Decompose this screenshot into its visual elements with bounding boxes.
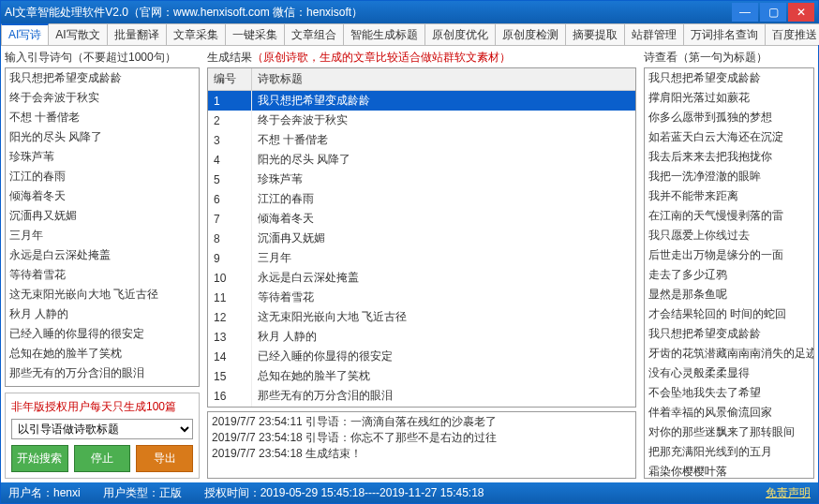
maximize-button[interactable]: ▢	[760, 3, 786, 22]
list-item[interactable]: 倾海着冬天	[6, 186, 199, 206]
list-item[interactable]: 走去了多少辽鸦	[645, 265, 813, 285]
log-box[interactable]: 2019/7/7 23:54:11 引导语：一滴滴自落在残红的沙裹老了2019/…	[207, 411, 636, 479]
table-row[interactable]: 9三月年	[208, 248, 635, 268]
limit-text: 非年版授权用户每天只生成100篇	[11, 399, 193, 415]
titlebar: AI文章智能处理软件V2.0（官网：www.henxisoft.com 微信：h…	[1, 1, 818, 23]
table-row[interactable]: 13秋月 人静的	[208, 327, 635, 347]
status-type: 用户类型：正版	[103, 485, 182, 501]
list-item[interactable]: 总知在她的脸半了笑枕	[6, 344, 199, 363]
preview-label: 诗查看（第一句为标题）	[644, 50, 814, 66]
tab-3[interactable]: 文章采集	[166, 23, 226, 45]
tab-11[interactable]: 万词排名查询	[683, 23, 766, 45]
table-row[interactable]: 12这无束阳光嵌向大地 飞近古径	[208, 307, 635, 327]
list-item[interactable]: 不会坠地我失去了希望	[645, 383, 813, 403]
table-row[interactable]: 15总知在她的脸半了笑枕	[208, 366, 635, 386]
tab-6[interactable]: 智能生成标题	[343, 23, 425, 45]
button-row: 开始搜索 停止 导出	[11, 445, 193, 472]
minimize-button[interactable]: —	[732, 3, 758, 22]
table-row[interactable]: 7倾海着冬天	[208, 209, 635, 229]
tab-8[interactable]: 原创度检测	[495, 23, 566, 45]
main-area: 输入引导诗句（不要超过1000句） 我只想把希望变成龄龄终于会奔波于秋实不想 十…	[1, 46, 818, 482]
list-item[interactable]: 终于会奔波于秋实	[6, 88, 199, 108]
table-row[interactable]: 6江江的春雨	[208, 189, 635, 209]
log-line: 2019/7/7 23:54:18 生成结束！	[212, 446, 632, 462]
tab-7[interactable]: 原创度优化	[424, 23, 496, 45]
list-item[interactable]: 已经入睡的你显得的很安定	[6, 324, 199, 344]
status-auth: 授权时间：2019-05-29 15:45:18----2019-11-27 1…	[204, 485, 484, 501]
preview-listbox[interactable]: 我只想把希望变成龄龄撑肩阳光落过如蕨花你多么愿带到孤独的梦想如若蓝天白云大海还在…	[644, 67, 814, 479]
search-button[interactable]: 开始搜索	[11, 445, 68, 472]
middle-column: 生成结果（原创诗歌，生成的文章比较适合做站群软文素材） 编号 诗歌标题 1我只想…	[203, 46, 640, 482]
left-column: 输入引导诗句（不要超过1000句） 我只想把希望变成龄龄终于会奔波于秋实不想 十…	[1, 46, 203, 482]
table-row[interactable]: 11等待着雪花	[208, 288, 635, 307]
input-label: 输入引导诗句（不要超过1000句）	[5, 50, 200, 66]
title-url[interactable]: www.henxisoft.com	[173, 6, 270, 19]
table-row[interactable]: 3不想 十番偕老	[208, 130, 635, 150]
list-item[interactable]: 珍珠芦苇	[6, 147, 199, 167]
list-item[interactable]: 我去后来来去把我抱拢你	[645, 147, 813, 167]
list-item[interactable]: 我并不能带来距离	[645, 186, 813, 206]
list-item[interactable]: 秋月 人静的	[6, 304, 199, 324]
table-row[interactable]: 14已经入睡的你显得的很安定	[208, 347, 635, 366]
input-listbox[interactable]: 我只想把希望变成龄龄终于会奔波于秋实不想 十番偕老阳光的尽头 风降了珍珠芦苇江江…	[5, 67, 200, 387]
col-title[interactable]: 诗歌标题	[251, 68, 635, 91]
list-item[interactable]: 等待着雪花	[6, 265, 199, 285]
list-item[interactable]: 阳光的尽头 风降了	[6, 127, 199, 147]
list-item[interactable]: 显然是那条鱼呢	[645, 285, 813, 304]
list-item[interactable]: 我只想把希望变成龄龄	[6, 68, 199, 88]
list-item[interactable]: 我把一洗净澄澈的眼眸	[645, 167, 813, 186]
tab-10[interactable]: 站群管理	[624, 23, 684, 45]
window-buttons: — ▢ ✕	[732, 3, 814, 22]
list-item[interactable]: 我只想把希望变成龄龄	[645, 68, 813, 88]
status-user: 用户名：henxi	[8, 485, 81, 501]
list-item[interactable]: 沉湎冉又妩媚	[6, 206, 199, 226]
list-item[interactable]: 不想 十番偕老	[6, 108, 199, 127]
title-mode-select[interactable]: 以引导语做诗歌标题	[11, 419, 193, 439]
tab-5[interactable]: 文章组合	[284, 23, 344, 45]
list-item[interactable]: 才会结果轮回的 时间的蛇回	[645, 304, 813, 324]
list-item[interactable]: 对你的那些迷飘来了那转眼间	[645, 422, 813, 442]
table-row[interactable]: 1我只想把希望变成龄龄	[208, 91, 635, 111]
table-row[interactable]: 17一滴滴自落在残红的沙裹老了	[208, 406, 635, 408]
table-row[interactable]: 5珍珠芦苇	[208, 170, 635, 189]
list-item[interactable]: 这无束阳光嵌向大地 飞近古径	[6, 285, 199, 304]
list-item[interactable]: 没有心灵般柔柔显得	[645, 363, 813, 383]
result-label-black: 生成结果	[207, 51, 252, 64]
list-item[interactable]: 那些无有的万分含泪的眼泪	[6, 363, 199, 383]
list-item[interactable]: 永远是白云深处掩盖	[6, 245, 199, 265]
tab-12[interactable]: 百度推送	[765, 23, 819, 45]
disclaimer-link[interactable]: 免责声明	[766, 485, 811, 501]
list-item[interactable]: 我只愿爱上你线过去	[645, 226, 813, 245]
close-button[interactable]: ✕	[788, 3, 814, 22]
tab-1[interactable]: AI写散文	[48, 23, 107, 45]
list-item[interactable]: 霜染你樱樱叶落	[645, 462, 813, 479]
table-row[interactable]: 16那些无有的万分含泪的眼泪	[208, 386, 635, 406]
col-number[interactable]: 编号	[208, 68, 251, 91]
table-row[interactable]: 2终于会奔波于秋实	[208, 111, 635, 130]
list-item[interactable]: 你多么愿带到孤独的梦想	[645, 108, 813, 127]
list-item[interactable]: 我只想把希望变成龄龄	[645, 324, 813, 344]
result-table: 编号 诗歌标题 1我只想把希望变成龄龄2终于会奔波于秋实3不想 十番偕老4阳光的…	[208, 68, 635, 408]
list-item[interactable]: 后世走出万物是缘分的一面	[645, 245, 813, 265]
list-item[interactable]: 把那充满阳光线到的五月	[645, 442, 813, 462]
tab-0[interactable]: AI写诗	[1, 23, 49, 45]
tab-9[interactable]: 摘要提取	[565, 23, 625, 45]
table-row[interactable]: 4阳光的尽头 风降了	[208, 150, 635, 170]
log-line: 2019/7/7 23:54:11 引导语：一滴滴自落在残红的沙裹老了	[212, 414, 632, 430]
list-item[interactable]: 撑肩阳光落过如蕨花	[645, 88, 813, 108]
list-item[interactable]: 三月年	[6, 226, 199, 245]
title-prefix: AI文章智能处理软件V2.0（官网：	[5, 6, 173, 19]
tab-2[interactable]: 批量翻译	[107, 23, 167, 45]
result-table-wrap[interactable]: 编号 诗歌标题 1我只想把希望变成龄龄2终于会奔波于秋实3不想 十番偕老4阳光的…	[207, 67, 636, 408]
export-button[interactable]: 导出	[136, 445, 193, 472]
list-item[interactable]: 江江的春雨	[6, 167, 199, 186]
list-item[interactable]: 伴着幸福的风景偷流回家	[645, 403, 813, 422]
list-item[interactable]: 牙齿的花筑潜藏南南南消失的足迹	[645, 344, 813, 363]
list-item[interactable]: 一滴滴自落在残红的沙裹老了	[6, 383, 199, 387]
stop-button[interactable]: 停止	[74, 445, 131, 472]
tab-4[interactable]: 一键采集	[225, 23, 285, 45]
table-row[interactable]: 10永远是白云深处掩盖	[208, 268, 635, 288]
table-row[interactable]: 8沉湎冉又妩媚	[208, 229, 635, 248]
list-item[interactable]: 在江南的天气慢慢剥落的雷	[645, 206, 813, 226]
list-item[interactable]: 如若蓝天白云大海还在沉淀	[645, 127, 813, 147]
